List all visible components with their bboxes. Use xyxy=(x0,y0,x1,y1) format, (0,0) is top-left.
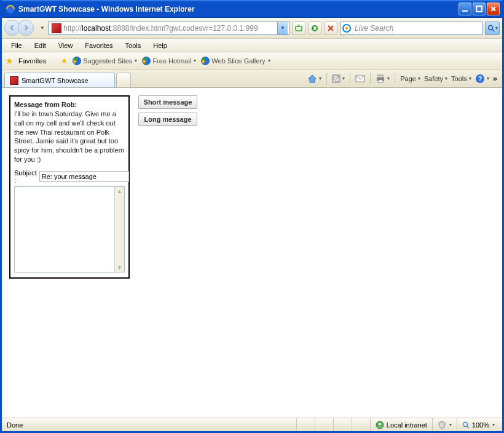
menu-help[interactable]: Help xyxy=(148,41,173,50)
read-mail-button[interactable] xyxy=(355,75,365,82)
close-button[interactable] xyxy=(487,2,500,15)
message-text: Message from Rob: I'll be in town Saturd… xyxy=(14,100,125,164)
zoom-value: 100% xyxy=(472,421,489,429)
menu-favorites[interactable]: Favorites xyxy=(79,41,118,50)
svg-rect-3 xyxy=(296,26,302,31)
favlink-web-slice-gallery[interactable]: Web Slice Gallery ▾ xyxy=(201,57,270,65)
tab-label: SmartGWT Showcase xyxy=(22,77,89,84)
window-frame: SmartGWT Showcase - Windows Internet Exp… xyxy=(0,0,504,433)
status-text: Done xyxy=(4,421,296,429)
menu-tools[interactable]: Tools xyxy=(120,41,147,50)
home-icon xyxy=(307,74,317,84)
chevron-down-icon: ▾ xyxy=(268,58,270,63)
favlink-suggested-sites[interactable]: Suggested Sites ▾ xyxy=(73,57,137,65)
url-host: localhost xyxy=(82,24,111,33)
scroll-down-icon[interactable]: ▼ xyxy=(117,264,122,271)
command-bar: ▾ ▾ xyxy=(307,70,500,87)
cmd-page[interactable]: Page ▾ xyxy=(400,75,420,82)
status-cell-empty1 xyxy=(296,418,315,431)
url-rest: :8888/index.html?gwt.codesvr=127.0.0.1:9… xyxy=(111,24,258,33)
nav-history-dropdown[interactable]: ▼ xyxy=(40,25,45,31)
protected-mode[interactable]: ▾ xyxy=(432,418,457,431)
help-button[interactable]: ? ▾ xyxy=(475,74,489,84)
zone-icon xyxy=(376,421,384,429)
home-button[interactable]: ▾ xyxy=(307,74,321,84)
long-message-button[interactable]: Long message xyxy=(138,113,197,126)
nav-row: ▼ http://localhost:8888/index.html?gwt.c… xyxy=(2,18,502,39)
svg-point-6 xyxy=(488,25,492,30)
add-favorite-star-icon[interactable]: ★ xyxy=(61,57,68,65)
svg-point-17 xyxy=(463,422,467,426)
printer-icon xyxy=(376,74,385,83)
reply-textarea[interactable]: ▲ ▼ xyxy=(14,186,125,272)
minimize-button[interactable] xyxy=(459,2,471,15)
address-bar[interactable]: http://localhost:8888/index.html?gwt.cod… xyxy=(48,22,289,35)
svg-rect-1 xyxy=(462,10,468,12)
short-message-button[interactable]: Short message xyxy=(138,95,197,109)
compat-view-button[interactable] xyxy=(292,22,305,35)
chevron-down-icon: ▾ xyxy=(469,76,471,81)
search-dropdown-icon: ▾ xyxy=(495,25,498,31)
favorites-bar: ★ Favorites ★ Suggested Sites ▾ Free Hot… xyxy=(2,52,502,70)
address-dropdown[interactable]: ▼ xyxy=(277,22,288,34)
button-column: Short message Long message xyxy=(138,95,197,126)
ie-icon xyxy=(73,57,81,65)
chevron-down-icon: ▾ xyxy=(492,422,495,427)
favlink-label: Suggested Sites xyxy=(83,57,132,65)
chevron-down-icon: ▾ xyxy=(445,76,447,81)
overflow-chevron-icon[interactable]: » xyxy=(493,74,497,83)
chevron-down-icon: ▾ xyxy=(194,58,196,63)
menu-edit[interactable]: Edit xyxy=(29,41,52,50)
message-panel: Message from Rob: I'll be in town Saturd… xyxy=(9,95,130,279)
window-buttons xyxy=(459,2,500,15)
chevron-down-icon: ▾ xyxy=(449,422,452,427)
maximize-button[interactable] xyxy=(473,2,486,15)
site-favicon xyxy=(52,23,61,33)
zoom-control[interactable]: 100% ▾ xyxy=(457,418,500,431)
subject-row: Subject : xyxy=(14,169,125,184)
svg-text:?: ? xyxy=(478,75,482,82)
subject-label: Subject : xyxy=(14,169,37,184)
nav-back-forward xyxy=(4,20,37,37)
svg-rect-16 xyxy=(378,423,382,426)
search-input[interactable] xyxy=(353,23,480,33)
new-tab-button[interactable] xyxy=(116,73,131,87)
ie-icon xyxy=(6,4,15,14)
forward-button[interactable] xyxy=(18,20,34,36)
favlink-free-hotmail[interactable]: Free Hotmail ▾ xyxy=(142,57,196,65)
feeds-button[interactable]: ▾ xyxy=(332,74,345,83)
chevron-down-icon: ▾ xyxy=(135,58,137,63)
favorites-star-icon[interactable]: ★ xyxy=(6,56,14,66)
print-button[interactable]: ▾ xyxy=(376,74,390,83)
search-box[interactable] xyxy=(340,22,482,35)
shield-icon xyxy=(438,421,446,429)
textarea-scrollbar[interactable]: ▲ ▼ xyxy=(114,187,124,272)
security-zone[interactable]: Local intranet xyxy=(370,418,432,431)
stop-button[interactable] xyxy=(324,22,337,35)
favorites-label[interactable]: Favorites xyxy=(18,57,46,65)
cmd-safety[interactable]: Safety ▾ xyxy=(424,75,447,82)
refresh-button[interactable] xyxy=(308,22,321,35)
subject-input[interactable] xyxy=(39,171,129,182)
scroll-up-icon[interactable]: ▲ xyxy=(117,188,122,194)
menu-bar: File Edit View Favorites Tools Help xyxy=(2,39,502,52)
help-icon: ? xyxy=(475,74,485,84)
tab-active[interactable]: SmartGWT Showcase xyxy=(4,73,115,87)
status-bar: Done Local intranet ▾ 100% ▾ xyxy=(2,418,502,431)
cmd-label: Safety xyxy=(424,75,443,82)
menu-file[interactable]: File xyxy=(6,41,28,50)
search-go-button[interactable]: ▾ xyxy=(485,22,500,35)
chevron-down-icon: ▾ xyxy=(342,76,345,81)
favlink-label: Web Slice Gallery xyxy=(211,57,265,65)
page-content: Message from Rob: I'll be in town Saturd… xyxy=(2,88,502,418)
status-cell-empty2 xyxy=(315,418,333,431)
tab-favicon xyxy=(10,76,18,85)
rss-icon xyxy=(332,74,341,83)
ie-icon xyxy=(142,57,151,65)
chevron-down-icon: ▾ xyxy=(487,76,489,81)
status-cell-empty3 xyxy=(333,418,352,431)
menu-view[interactable]: View xyxy=(53,41,79,50)
chevron-down-icon: ▾ xyxy=(387,76,390,81)
favlink-label: Free Hotmail xyxy=(152,57,191,65)
cmd-tools[interactable]: Tools ▾ xyxy=(451,75,471,82)
